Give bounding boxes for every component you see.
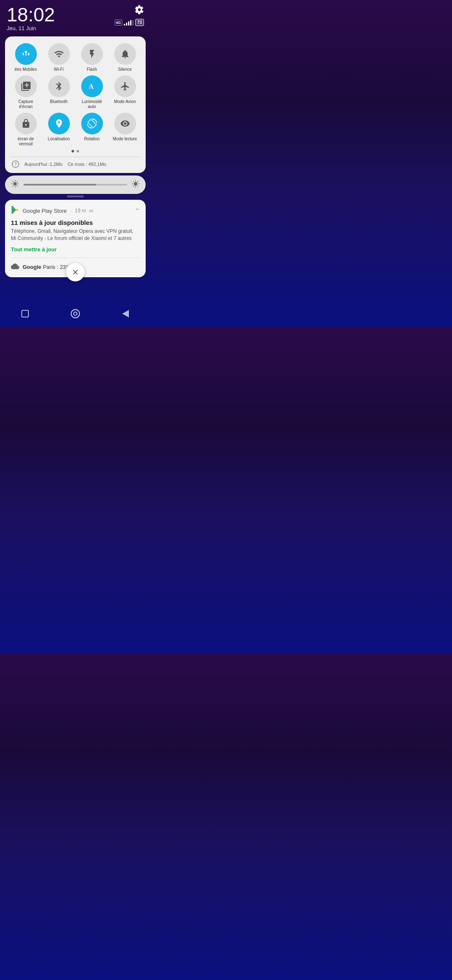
notif-title: 11 mises à jour disponibles [11, 219, 140, 226]
qs-item-silence[interactable]: Silence [109, 43, 141, 72]
weather-app: Google [23, 264, 41, 270]
recent-apps-button[interactable] [17, 305, 33, 322]
qs-item-location[interactable]: Localisation [43, 113, 74, 147]
quick-settings-grid: ées Mobiles Wi-Fi Flash [10, 43, 141, 147]
quick-settings-panel: ées Mobiles Wi-Fi Flash [5, 36, 146, 173]
qs-reading-mode-label: Mode lecture [113, 137, 137, 142]
home-button[interactable] [67, 305, 84, 322]
qs-rotation-label: Rotation [84, 137, 100, 142]
svg-text:A: A [89, 83, 94, 90]
qs-item-lock-screen[interactable]: écran de verrouil [10, 113, 41, 147]
qs-item-brightness-auto[interactable]: A Luminosité auto [76, 75, 108, 109]
lte-badge: 4G [115, 20, 122, 26]
clock: 18:02 [7, 5, 55, 24]
qs-dot-1 [72, 150, 74, 152]
notif-divider [11, 258, 140, 258]
qs-screenshot-label: Capture d'écran [11, 99, 41, 109]
signal-bars [124, 20, 134, 26]
qs-lock-screen-button[interactable] [15, 113, 37, 134]
qs-bluetooth-label: Bluetooth [50, 99, 67, 104]
notif-time-unit: m [90, 208, 93, 213]
data-today: Aujourd'hui :1,2Mo [24, 162, 62, 167]
qs-item-wifi[interactable]: Wi-Fi [43, 43, 74, 72]
brightness-high-icon [131, 180, 140, 190]
time-section: 18:02 Jeu, 11 Juin [7, 5, 55, 31]
qs-brightness-auto-label: Luminosité auto [77, 99, 107, 109]
date: Jeu, 11 Juin [7, 25, 55, 31]
qs-rotation-button[interactable] [81, 113, 103, 134]
qs-silence-button[interactable] [114, 43, 136, 65]
notif-action-button[interactable]: Tout mettre à jour [11, 246, 140, 253]
notif-expand-icon[interactable]: ⌃ [135, 207, 140, 214]
qs-item-airplane[interactable]: Mode Avion [109, 75, 141, 109]
qs-reading-mode-button[interactable] [114, 113, 136, 134]
brightness-low-icon [11, 180, 19, 190]
qs-dot-2 [77, 150, 79, 152]
battery: 73 [135, 19, 144, 26]
qs-airplane-button[interactable] [114, 75, 136, 97]
qs-flash-label: Flash [87, 67, 97, 72]
brightness-fill [23, 184, 96, 186]
weather-city: Paris [43, 264, 55, 270]
qs-item-bluetooth[interactable]: Bluetooth [43, 75, 74, 109]
status-bar: 18:02 Jeu, 11 Juin 4G 73 [0, 0, 151, 33]
qs-wifi-label: Wi-Fi [54, 67, 64, 72]
qs-airplane-label: Mode Avion [114, 99, 136, 104]
notif-dot: · [70, 208, 72, 214]
signal-area: 4G 73 [115, 19, 144, 26]
notif-time: 19 m [75, 208, 86, 214]
qs-divider [10, 157, 141, 157]
weather-text: Google Paris : 23° [23, 264, 68, 270]
play-store-icon [11, 206, 19, 216]
qs-page-dots [10, 150, 141, 152]
qs-item-mobile-data[interactable]: ées Mobiles [10, 43, 41, 72]
recent-apps-icon [21, 310, 29, 317]
qs-screenshot-button[interactable] [15, 75, 37, 97]
qs-silence-label: Silence [118, 67, 132, 72]
qs-lock-screen-label: écran de verrouil [11, 137, 41, 147]
qs-item-screenshot[interactable]: Capture d'écran [10, 75, 41, 109]
data-usage-row: ? Aujourd'hui :1,2Mo Ce mois : 492,1Mo [10, 160, 141, 168]
brightness-track[interactable] [23, 184, 127, 186]
qs-item-reading-mode[interactable]: Mode lecture [109, 113, 141, 147]
nav-bar [0, 303, 151, 327]
home-icon [71, 309, 80, 318]
qs-bluetooth-button[interactable] [48, 75, 70, 97]
qs-item-flash[interactable]: Flash [76, 43, 108, 72]
qs-location-button[interactable] [48, 113, 70, 134]
qs-flash-button[interactable] [81, 43, 103, 65]
clear-notifications-button[interactable] [66, 263, 85, 281]
home-icon-inner [73, 312, 77, 316]
qs-location-label: Localisation [48, 137, 70, 142]
qs-brightness-auto-button[interactable]: A [81, 75, 103, 97]
back-icon [122, 310, 129, 317]
weather-cloud-icon [11, 262, 19, 272]
notif-app-name: Google Play Store [23, 208, 67, 214]
qs-mobile-data-label: ées Mobiles [15, 67, 37, 72]
qs-item-rotation[interactable]: Rotation [76, 113, 108, 147]
notif-body: Téléphone, Gmail, Navigateur Opera avec … [11, 228, 140, 242]
data-info-icon: ? [12, 160, 19, 168]
qs-wifi-button[interactable] [48, 43, 70, 65]
notif-header: Google Play Store · 19 m m ⌃ [11, 206, 140, 216]
data-month: Ce mois : 492,1Mo [67, 162, 106, 167]
drag-handle [0, 196, 151, 197]
qs-mobile-data-button[interactable] [15, 43, 37, 65]
back-button[interactable] [117, 305, 134, 322]
settings-icon[interactable] [135, 5, 144, 16]
weather-sep: : [57, 264, 60, 270]
brightness-bar[interactable] [5, 175, 146, 194]
